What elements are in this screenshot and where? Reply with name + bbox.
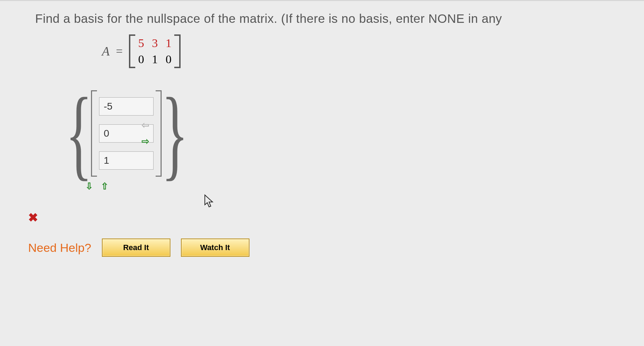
- equals-sign: =: [116, 45, 123, 58]
- vector-left-bracket: [91, 90, 97, 177]
- left-brace: {: [65, 87, 92, 179]
- matrix-cell-r2c2: 1: [152, 53, 158, 66]
- column-arrows: ⇦ ⇨: [141, 120, 150, 146]
- incorrect-indicator: ✖: [28, 210, 623, 224]
- matrix-display: A = 5 3 1 0 1 0: [102, 34, 623, 68]
- question-panel: Find a basis for the nullspace of the ma…: [0, 0, 644, 346]
- need-help-label: Need Help?: [28, 241, 91, 255]
- matrix-cell-r2c3: 0: [165, 53, 171, 66]
- matrix-right-bracket: [174, 34, 181, 68]
- matrix-cell-r1c2: 3: [152, 37, 158, 50]
- need-help-row: Need Help? Read It Watch It: [28, 239, 623, 257]
- matrix-cell-r1c1: 5: [138, 37, 144, 50]
- matrix-cell-r1c3: 1: [165, 37, 171, 50]
- matrix-cells: 5 3 1 0 1 0: [135, 34, 174, 68]
- add-column-icon[interactable]: ⇨: [141, 137, 150, 146]
- answer-set: { ⇦ ⇨ }: [54, 87, 623, 179]
- watch-it-button[interactable]: Watch It: [181, 239, 249, 257]
- vector-right-bracket: [156, 90, 162, 177]
- matrix-left-bracket: [129, 34, 135, 68]
- matrix-variable-label: A: [102, 44, 110, 59]
- basis-vector: [91, 90, 162, 177]
- matrix-A: 5 3 1 0 1 0: [129, 34, 181, 68]
- remove-row-icon[interactable]: ⇧: [100, 181, 110, 191]
- question-text: Find a basis for the nullspace of the ma…: [35, 12, 623, 26]
- matrix-cell-r2c1: 0: [138, 53, 144, 66]
- read-it-button[interactable]: Read It: [102, 239, 170, 257]
- right-brace: }: [162, 87, 189, 179]
- vector-input-3[interactable]: [99, 151, 154, 170]
- cursor-icon: [204, 194, 214, 211]
- x-icon: ✖: [28, 211, 38, 224]
- vector-input-1[interactable]: [99, 97, 154, 116]
- remove-column-icon[interactable]: ⇦: [141, 120, 150, 130]
